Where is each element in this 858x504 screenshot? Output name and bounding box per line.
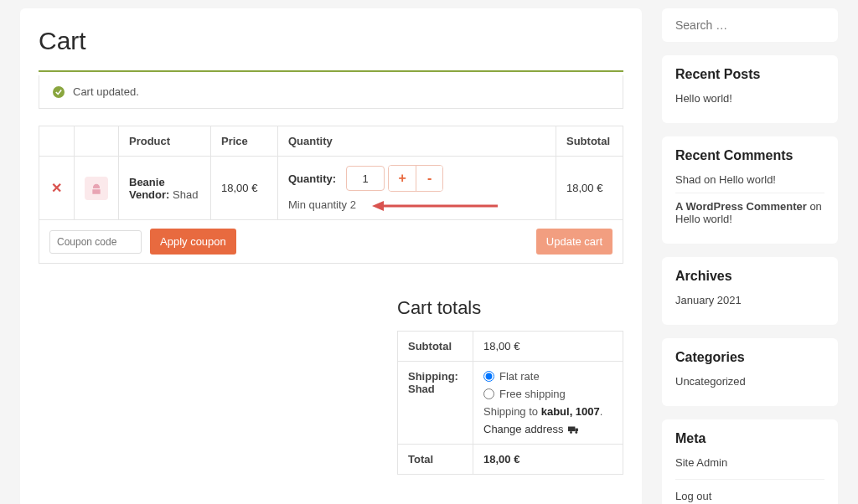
update-cart-button[interactable]: Update cart <box>536 229 612 255</box>
item-subtotal: 18,00 € <box>556 157 623 220</box>
qty-input[interactable] <box>346 166 385 191</box>
categories-title: Categories <box>675 350 824 365</box>
min-qty-note: Min quantity 2 <box>288 198 356 211</box>
svg-point-5 <box>576 431 578 434</box>
flat-rate-radio[interactable] <box>483 371 494 382</box>
comment-post-link[interactable]: Hello world! <box>675 213 732 225</box>
vendor-label: Vendor: <box>129 188 169 201</box>
recent-comment-item: A WordPress Commenter on Hello world! <box>675 193 824 232</box>
search-input[interactable] <box>675 18 824 32</box>
recent-posts-widget: Recent Posts Hello world! <box>662 55 838 123</box>
title-divider <box>39 70 623 72</box>
notice-text: Cart updated. <box>73 85 139 98</box>
col-quantity: Quantity <box>278 126 556 157</box>
comment-author-link[interactable]: A WordPress Commenter <box>675 200 807 213</box>
remove-item-button[interactable]: ✕ <box>51 180 62 196</box>
total-value: 18,00 € <box>473 445 623 475</box>
shipping-destination: kabul, 1007 <box>541 405 600 418</box>
annotation-arrow-icon <box>372 200 498 212</box>
product-thumbnail[interactable] <box>85 177 108 200</box>
flat-rate-label: Flat rate <box>499 370 540 383</box>
meta-link-logout[interactable]: Log out <box>675 490 711 502</box>
category-link[interactable]: Uncategorized <box>675 375 746 388</box>
recent-post-link[interactable]: Hello world! <box>675 92 732 105</box>
cart-table: Product Price Quantity Subtotal ✕ <box>39 126 623 264</box>
truck-icon <box>568 424 580 435</box>
svg-rect-2 <box>568 426 575 431</box>
col-price: Price <box>211 126 278 157</box>
meta-link-site-admin[interactable]: Site Admin <box>675 456 727 469</box>
total-label: Total <box>398 445 473 475</box>
shipping-to-prefix: Shipping to <box>483 405 541 418</box>
meta-widget: Meta Site Admin Log out Entries feed <box>662 419 838 504</box>
col-thumb <box>75 126 119 157</box>
cart-row: ✕ Beanie Vendor: Shad 18,00 € <box>39 157 623 220</box>
product-name[interactable]: Beanie <box>129 176 200 188</box>
subtotal-label: Subtotal <box>398 332 473 362</box>
cart-totals: Cart totals Subtotal 18,00 € Shipping: S… <box>397 297 623 475</box>
archive-link[interactable]: January 2021 <box>675 294 742 306</box>
svg-rect-3 <box>576 428 579 430</box>
shipping-label: Shipping: Shad <box>398 362 473 445</box>
comment-post-link[interactable]: Hello world! <box>719 173 776 186</box>
comment-author-link[interactable]: Shad <box>675 173 700 186</box>
svg-marker-1 <box>372 201 384 211</box>
col-remove <box>39 126 75 157</box>
archives-title: Archives <box>675 269 824 284</box>
qty-label: Quantity: <box>288 172 336 185</box>
page-title: Cart <box>39 27 623 55</box>
cart-totals-title: Cart totals <box>397 297 623 319</box>
coupon-input[interactable] <box>49 230 142 254</box>
free-shipping-label: Free shipping <box>499 388 566 400</box>
recent-comment-item: Shad on Hello world! <box>675 173 824 193</box>
search-widget <box>662 8 838 42</box>
recent-comments-widget: Recent Comments Shad on Hello world! A W… <box>662 136 838 244</box>
qty-minus-button[interactable]: - <box>416 166 442 191</box>
free-shipping-radio[interactable] <box>483 388 494 399</box>
col-subtotal: Subtotal <box>556 126 623 157</box>
subtotal-value: 18,00 € <box>473 332 623 362</box>
cart-actions-row: Apply coupon Update cart <box>39 220 623 264</box>
svg-point-4 <box>571 431 573 434</box>
change-address-link[interactable]: Change address <box>483 423 612 435</box>
qty-plus-button[interactable]: + <box>389 166 416 191</box>
sidebar: Recent Posts Hello world! Recent Comment… <box>662 8 838 504</box>
main-content: Cart Cart updated. Product Price Quantit… <box>20 8 642 504</box>
cart-notice: Cart updated. <box>39 75 623 109</box>
recent-posts-title: Recent Posts <box>675 67 824 82</box>
col-product: Product <box>119 126 211 157</box>
categories-widget: Categories Uncategorized <box>662 338 838 406</box>
apply-coupon-button[interactable]: Apply coupon <box>150 229 236 255</box>
recent-comments-title: Recent Comments <box>675 148 824 163</box>
item-price: 18,00 € <box>211 157 278 220</box>
change-address-label: Change address <box>483 423 563 435</box>
vendor-name: Shad <box>173 188 198 201</box>
check-icon <box>53 86 65 98</box>
meta-title: Meta <box>675 431 824 446</box>
archives-widget: Archives January 2021 <box>662 257 838 325</box>
